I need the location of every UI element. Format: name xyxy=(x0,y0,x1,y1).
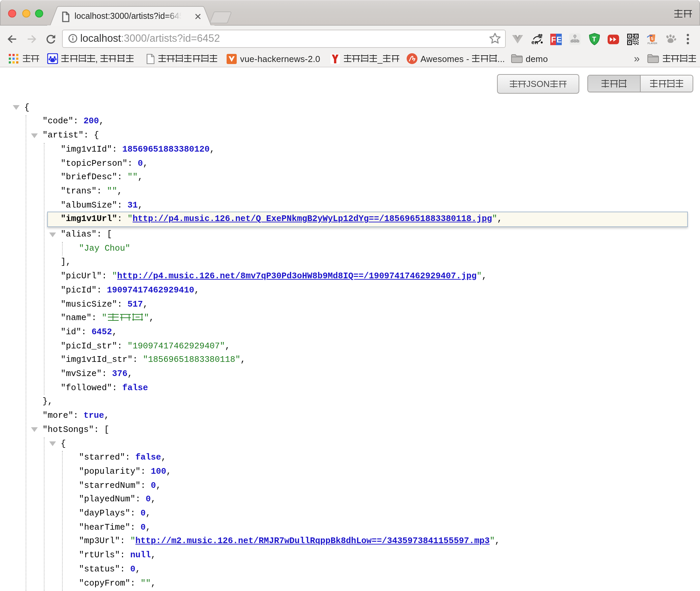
svg-text:5: 5 xyxy=(650,36,653,41)
svg-text:F: F xyxy=(551,35,556,44)
svg-text:E: E xyxy=(556,35,561,44)
svg-text:PLAYER: PLAYER xyxy=(647,41,657,44)
svg-text:T: T xyxy=(592,35,596,43)
